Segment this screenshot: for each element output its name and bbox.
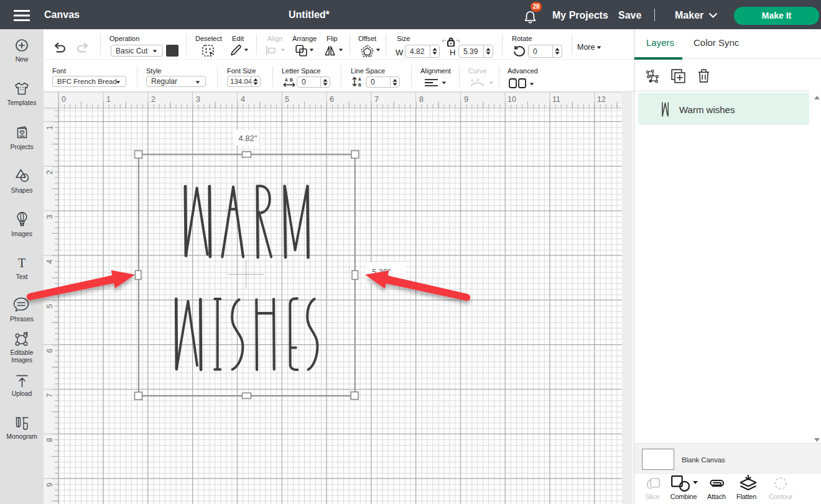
svg-text:B: B [476, 78, 480, 83]
svg-text:6: 6 [45, 349, 54, 353]
svg-text:B: B [290, 78, 293, 82]
svg-text:4: 4 [45, 259, 54, 263]
svg-text:4.82": 4.82" [239, 134, 257, 143]
svg-text:7: 7 [45, 393, 54, 398]
svg-text:6: 6 [330, 95, 334, 104]
svg-text:11: 11 [552, 95, 560, 104]
svg-text:9: 9 [45, 482, 54, 487]
svg-text:8: 8 [45, 438, 54, 442]
svg-text:5: 5 [285, 95, 289, 104]
svg-text:3: 3 [196, 95, 200, 104]
svg-text:A: A [471, 78, 474, 83]
svg-text:B: B [358, 83, 361, 87]
svg-text:A: A [285, 78, 288, 82]
svg-text:4: 4 [241, 95, 245, 104]
svg-text:A: A [358, 77, 361, 81]
svg-text:3: 3 [45, 215, 54, 219]
svg-text:7: 7 [374, 95, 379, 104]
svg-text:2: 2 [151, 95, 155, 104]
svg-text:5: 5 [45, 304, 54, 308]
svg-text:12: 12 [597, 95, 606, 104]
svg-text:2: 2 [45, 170, 54, 175]
svg-text:1: 1 [106, 95, 111, 104]
svg-text:0: 0 [62, 95, 66, 104]
svg-text:8: 8 [419, 95, 424, 104]
svg-text:5.39": 5.39" [372, 267, 391, 277]
svg-text:9: 9 [464, 95, 468, 104]
svg-text:10: 10 [508, 95, 516, 104]
svg-text:1: 1 [45, 126, 54, 130]
